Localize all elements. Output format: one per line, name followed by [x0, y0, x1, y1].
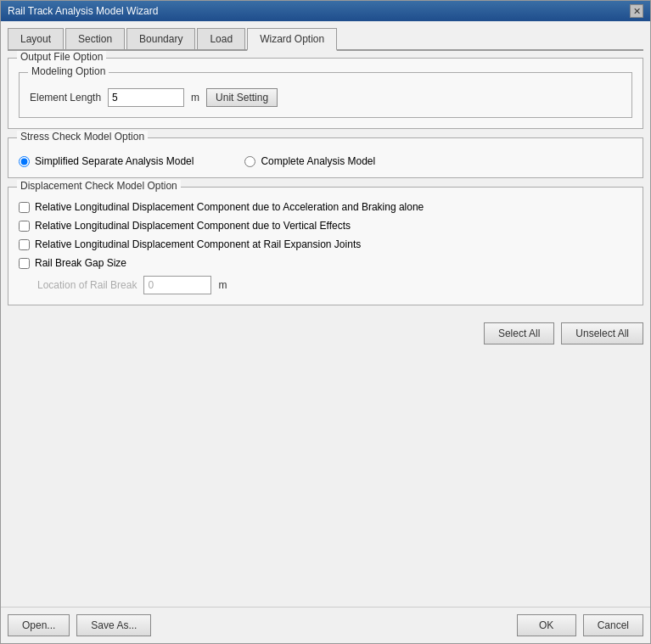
save-as-button[interactable]: Save As...: [76, 614, 151, 636]
output-file-option-group: Output File Option Modeling Option Eleme…: [8, 58, 643, 129]
window-title: Rail Track Analysis Model Wizard: [8, 5, 158, 17]
checkbox-rail-break-label: Rail Break Gap Size: [35, 257, 126, 269]
rail-break-location-row: Location of Rail Break m: [34, 276, 632, 294]
checkbox-vertical-label: Relative Longitudinal Displacement Compo…: [35, 220, 351, 232]
tab-boundary[interactable]: Boundary: [126, 28, 195, 49]
main-area: Output File Option Modeling Option Eleme…: [8, 58, 643, 600]
element-length-row: Element Length m Unit Setting: [30, 88, 621, 107]
rail-break-unit: m: [218, 279, 227, 291]
checkbox-acceleration[interactable]: Relative Longitudinal Displacement Compo…: [19, 201, 632, 213]
stress-check-title: Stress Check Model Option: [17, 131, 148, 143]
checkbox-acceleration-label: Relative Longitudinal Displacement Compo…: [35, 201, 424, 213]
main-window: Rail Track Analysis Model Wizard ✕ Layou…: [0, 0, 651, 644]
unselect-all-button[interactable]: Unselect All: [561, 322, 643, 344]
simplified-label: Simplified Separate Analysis Model: [35, 155, 194, 167]
simplified-radio[interactable]: [19, 156, 30, 167]
complete-radio[interactable]: [244, 156, 255, 167]
checkbox-vertical-input[interactable]: [19, 221, 30, 232]
stress-check-group: Stress Check Model Option Simplified Sep…: [8, 137, 643, 178]
checkbox-rail-break-input[interactable]: [19, 258, 30, 269]
modeling-option-group: Modeling Option Element Length m Unit Se…: [19, 72, 632, 118]
bottom-right-buttons: OK Cancel: [517, 614, 643, 636]
displacement-check-title: Displacement Check Model Option: [17, 180, 181, 192]
simplified-option[interactable]: Simplified Separate Analysis Model: [19, 155, 194, 167]
output-file-option-title: Output File Option: [17, 51, 106, 63]
checkbox-vertical[interactable]: Relative Longitudinal Displacement Compo…: [19, 220, 632, 232]
rail-break-location-input[interactable]: [143, 276, 211, 294]
tab-layout[interactable]: Layout: [8, 28, 64, 49]
complete-label: Complete Analysis Model: [261, 155, 375, 167]
tab-load[interactable]: Load: [197, 28, 245, 49]
checkbox-expansion-input[interactable]: [19, 239, 30, 250]
checkbox-expansion[interactable]: Relative Longitudinal Displacement Compo…: [19, 238, 632, 250]
title-bar: Rail Track Analysis Model Wizard ✕: [1, 1, 650, 21]
select-buttons-row: Select All Unselect All: [8, 322, 643, 344]
element-length-label: Element Length: [30, 92, 101, 104]
modeling-option-title: Modeling Option: [28, 65, 109, 77]
unit-setting-button[interactable]: Unit Setting: [206, 88, 278, 107]
content-area: Layout Section Boundary Load Wizard Opti…: [1, 21, 650, 607]
displacement-check-group: Displacement Check Model Option Relative…: [8, 187, 643, 305]
checkbox-expansion-label: Relative Longitudinal Displacement Compo…: [35, 238, 361, 250]
tab-bar: Layout Section Boundary Load Wizard Opti…: [8, 28, 643, 51]
stress-check-options-row: Simplified Separate Analysis Model Compl…: [19, 155, 632, 167]
complete-option[interactable]: Complete Analysis Model: [244, 155, 375, 167]
tab-section[interactable]: Section: [65, 28, 125, 49]
bottom-bar: Open... Save As... OK Cancel: [1, 607, 650, 643]
cancel-button[interactable]: Cancel: [583, 614, 643, 636]
element-length-input[interactable]: [108, 88, 184, 107]
rail-break-location-label: Location of Rail Break: [37, 279, 137, 291]
open-button[interactable]: Open...: [8, 614, 70, 636]
ok-button[interactable]: OK: [517, 614, 576, 636]
bottom-left-buttons: Open... Save As...: [8, 614, 151, 636]
element-length-unit: m: [191, 92, 199, 104]
close-button[interactable]: ✕: [630, 4, 643, 18]
checkbox-rail-break[interactable]: Rail Break Gap Size: [19, 257, 632, 269]
checkbox-acceleration-input[interactable]: [19, 202, 30, 213]
select-all-button[interactable]: Select All: [484, 322, 554, 344]
tab-wizard-option[interactable]: Wizard Option: [247, 28, 337, 51]
